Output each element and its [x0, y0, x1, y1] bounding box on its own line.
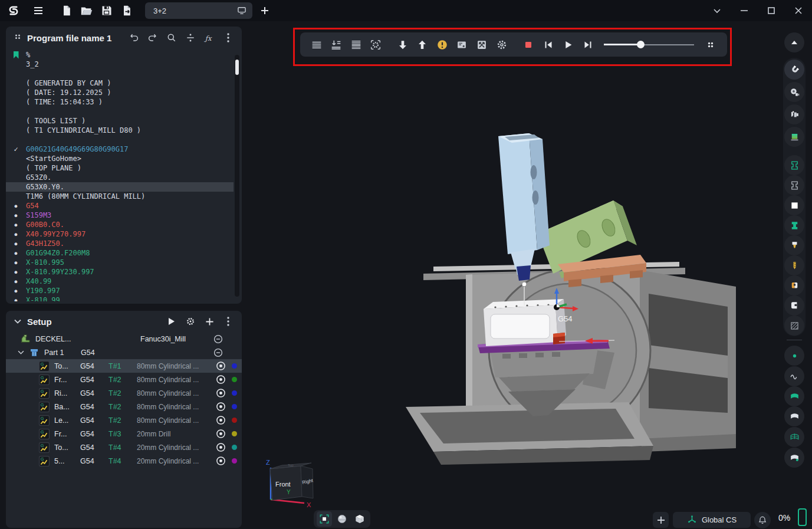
radio-target-icon[interactable]	[216, 442, 226, 452]
magnet-snap-button[interactable]	[784, 60, 804, 80]
run-to-line-icon[interactable]	[327, 36, 346, 54]
gcode-listing[interactable]: % 3_2 ( GENERATED BY CAM ) ( DATE: 19.12…	[6, 50, 234, 301]
hatch-texture-button[interactable]	[784, 316, 804, 336]
gcode-line[interactable]: X-810.99Y230.997	[6, 267, 234, 277]
viewport-add-button[interactable]	[653, 512, 669, 528]
machine-panel-icon[interactable]	[453, 36, 472, 54]
operation-color-dot[interactable]	[232, 431, 237, 436]
spline-wave-button[interactable]	[784, 366, 804, 386]
setup-play-icon[interactable]	[164, 314, 179, 329]
gcode-line[interactable]	[6, 135, 234, 144]
play-button[interactable]	[558, 36, 577, 54]
gcode-line[interactable]: ( TOOLS LIST )	[6, 116, 234, 126]
add-tab-button[interactable]	[255, 2, 275, 19]
band-solid-white-button[interactable]	[784, 406, 804, 426]
circle-minus-icon[interactable]	[213, 334, 223, 344]
gcode-line[interactable]: G43H1Z50.	[6, 239, 234, 248]
gcode-line[interactable]: G00B0.C0.	[6, 220, 234, 229]
band-wireframe-button[interactable]	[784, 427, 804, 447]
operation-row[interactable]: G 5... G54 T#4 20mm Cylindrical ...	[6, 454, 242, 468]
slider-thumb[interactable]	[637, 41, 645, 48]
operation-color-dot[interactable]	[232, 458, 237, 464]
part-outline-button[interactable]	[784, 175, 804, 195]
fit-frame-button[interactable]	[317, 511, 332, 527]
drill-bit-button[interactable]	[784, 255, 804, 275]
operation-color-dot[interactable]	[232, 404, 237, 409]
stock-button[interactable]	[784, 127, 804, 147]
setup-kebab-icon[interactable]	[221, 314, 236, 329]
operation-row[interactable]: G Le... G54 T#2 80mm Cylindrical ...	[6, 413, 242, 427]
gcode-line[interactable]: G53Z0.	[6, 173, 234, 182]
export-file-icon[interactable]	[117, 2, 137, 19]
probe-machine-button[interactable]	[784, 82, 804, 102]
focus-gear-icon[interactable]	[367, 36, 386, 54]
gcode-line[interactable]: G53X0.Y0.	[6, 182, 234, 192]
gcode-line[interactable]: X-810.995	[6, 258, 234, 267]
part-solid-button[interactable]	[784, 215, 804, 235]
drag-handle-icon[interactable]	[14, 34, 21, 42]
close-button[interactable]	[785, 2, 812, 19]
gcode-line[interactable]: <StartGoHome>	[6, 154, 234, 163]
iso-cube-button[interactable]	[352, 511, 367, 527]
kebab-menu-icon[interactable]	[221, 30, 236, 45]
window-dropdown-chevron[interactable]	[703, 2, 731, 19]
operation-row[interactable]: G Ri... G54 T#2 80mm Cylindrical ...	[6, 386, 242, 400]
operation-color-dot[interactable]	[232, 390, 237, 396]
expand-chevron-icon[interactable]	[18, 350, 24, 354]
operation-color-dot[interactable]	[232, 363, 237, 369]
operation-color-dot[interactable]	[232, 377, 237, 382]
skip-end-button[interactable]	[578, 36, 597, 54]
gcode-line[interactable]: Y190.997	[6, 286, 234, 295]
open-file-icon[interactable]	[77, 2, 97, 19]
gcode-line[interactable]: G01G94Z0.F200M8	[6, 248, 234, 258]
stock-box-button[interactable]	[784, 195, 804, 215]
gcode-line[interactable]: X40.99	[6, 277, 234, 286]
collapse-chevron-icon[interactable]	[14, 319, 21, 324]
skip-start-button[interactable]	[539, 36, 558, 54]
minimize-button[interactable]	[731, 2, 758, 19]
gcode-line[interactable]: %	[6, 50, 234, 60]
fx-icon[interactable]: ƒx	[202, 30, 217, 45]
setup-add-icon[interactable]	[202, 314, 217, 329]
gcode-line[interactable]: ( T1 CYLINDRICAL_MILL D80 )	[6, 126, 234, 135]
settings-gear-icon[interactable]	[492, 36, 511, 54]
new-file-icon[interactable]	[57, 2, 77, 19]
setup-gear-icon[interactable]	[183, 314, 198, 329]
radio-target-icon[interactable]	[216, 456, 226, 466]
radio-target-icon[interactable]	[216, 415, 226, 425]
search-icon[interactable]	[164, 30, 179, 45]
pocket-book-button[interactable]	[784, 295, 804, 316]
fixture-button[interactable]	[784, 104, 804, 124]
radio-target-icon[interactable]	[216, 374, 226, 385]
gcode-line[interactable]: T1M6 (80MM CYLINDRICAL MILL)	[6, 192, 234, 201]
band-point-button[interactable]	[784, 448, 804, 468]
gcode-line[interactable]: ( TOP PLANE )	[6, 163, 234, 173]
run-all-lines-icon[interactable]	[347, 36, 366, 54]
gcode-line[interactable]: ( GENERATED BY CAM )	[6, 78, 234, 88]
operation-row[interactable]: G Ba... G54 T#2 80mm Cylindrical ...	[6, 400, 242, 413]
operation-color-dot[interactable]	[232, 445, 237, 450]
gcode-line[interactable]: 3_2	[6, 60, 234, 69]
gcode-line[interactable]: ( TIME: 15:04:33 )	[6, 97, 234, 107]
step-up-icon[interactable]	[413, 36, 432, 54]
run-lines-icon[interactable]	[307, 36, 326, 54]
notifications-bell-button[interactable]	[754, 512, 771, 528]
machine-row[interactable]: DECKEL... Fanuc30i_Mill	[6, 332, 242, 346]
collapse-up-button[interactable]	[784, 32, 804, 52]
operation-color-dot[interactable]	[232, 418, 237, 423]
speed-slider[interactable]	[604, 36, 694, 54]
gcode-line[interactable]: G00G21G40G49G69G80G90G17	[6, 144, 234, 154]
holder-cone-button[interactable]	[784, 235, 804, 255]
part-target-outline-button[interactable]	[784, 155, 804, 175]
save-file-icon[interactable]	[97, 2, 117, 19]
radio-target-icon[interactable]	[216, 402, 226, 412]
sphere-view-button[interactable]	[334, 511, 350, 527]
material-compare-icon[interactable]	[472, 36, 491, 54]
orientation-cube[interactable]: Front Right Top Z X Y	[266, 459, 314, 508]
hamburger-menu-icon[interactable]	[28, 2, 48, 19]
redo-icon[interactable]	[145, 30, 160, 45]
holder-split-button[interactable]	[784, 275, 804, 295]
radio-target-icon[interactable]	[216, 361, 226, 371]
document-tab[interactable]: 3+2	[145, 2, 252, 19]
gcode-line[interactable]: X-810.99	[6, 295, 234, 301]
